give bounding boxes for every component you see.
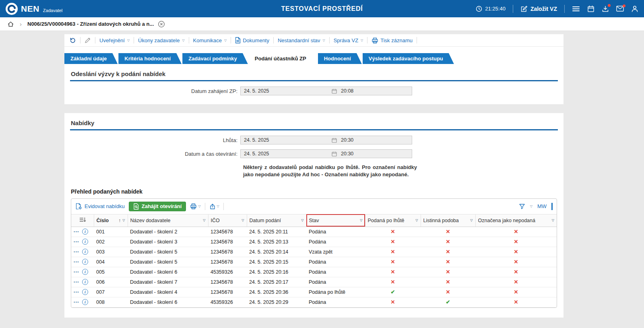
column-filter-caret-icon[interactable]: ▽ — [552, 219, 554, 222]
column-header-nepodana[interactable]: Označena jako nepodaná▽ — [475, 214, 557, 227]
calendar-icon[interactable] — [332, 138, 337, 143]
row-info-icon[interactable]: i — [82, 289, 88, 295]
column-filter-caret-icon[interactable]: ▽ — [242, 219, 244, 222]
table-row[interactable]: •••i001Dodavatel - školení 21234567824. … — [71, 227, 557, 237]
column-header-nazev[interactable]: Název dodavatele▽ — [128, 214, 208, 227]
menu-sprava-vz[interactable]: Správa VZ▽ — [334, 37, 363, 43]
user-profile-button[interactable] — [631, 5, 638, 12]
tab-vysledek-zadavaciho-postupu[interactable]: Výsledek zadávacího postupu — [363, 53, 454, 64]
breadcrumb-record-tab[interactable]: N006/25/V00004963 - Zřízení datových okr… — [27, 21, 165, 28]
date-value[interactable]: 24. 5. 2025 — [241, 151, 332, 157]
row-more-actions-icon[interactable]: ••• — [74, 250, 79, 254]
cell-datum: 24. 5. 2025 20:36 — [247, 287, 306, 297]
row-info-icon[interactable]: i — [82, 279, 88, 285]
cell-cislo: 002 — [94, 237, 128, 247]
menu-uverejneni[interactable]: Uveřejnění▽ — [99, 37, 130, 43]
downloads-button[interactable] — [602, 5, 609, 12]
date-value[interactable]: 24. 5. 2025 — [241, 137, 332, 143]
cross-icon: ✕ — [391, 269, 395, 275]
column-header-po_lhute[interactable]: Podaná po lhůtě▽ — [365, 214, 421, 227]
datetime-field-otevirani[interactable]: 24. 5. 2025 20:30 — [240, 149, 412, 158]
start-opening-button[interactable]: Zahájit otevírání — [129, 202, 186, 211]
record-toolbar: Uveřejnění▽ Úkony zadavatele▽ Komunikace… — [64, 34, 564, 47]
time-value[interactable]: 20:08 — [337, 88, 353, 94]
column-header-cislo[interactable]: Číslo↑▽ — [94, 214, 128, 227]
record-offer-button[interactable]: Evidovat nabídku — [75, 203, 125, 210]
menu-ukony-zadavatele[interactable]: Úkony zadavatele▽ — [138, 37, 185, 43]
nen-logo-icon[interactable] — [6, 3, 18, 15]
row-more-actions-icon[interactable]: ••• — [74, 300, 79, 304]
table-row[interactable]: •••i007Dodavatel - školení 41234567824. … — [71, 287, 557, 297]
column-header-listinna[interactable]: Listinná podoba▽ — [421, 214, 475, 227]
menu-komunikace[interactable]: Komunikace▽ — [193, 37, 227, 43]
table-row[interactable]: •••i008Dodavatel - školení 64535932624. … — [71, 297, 557, 307]
column-filter-caret-icon[interactable]: ▽ — [122, 219, 125, 222]
edit-button[interactable] — [85, 37, 91, 43]
row-more-actions-icon[interactable]: ••• — [74, 270, 79, 274]
tab-hodnoceni[interactable]: Hodnocení — [318, 53, 362, 64]
menu-tisk-zaznamu[interactable]: Tisk záznamu — [372, 37, 413, 44]
row-more-actions-icon[interactable]: ••• — [74, 240, 79, 244]
tab-zakladni-udaje[interactable]: Základní údaje — [64, 53, 118, 64]
datetime-field-lhuta[interactable]: 24. 5. 2025 20:30 — [240, 136, 412, 144]
mw-toggle[interactable]: MW — [537, 203, 547, 209]
column-filter-caret-icon[interactable]: ▽ — [301, 219, 303, 222]
row-actions-cell: •••i — [71, 297, 94, 307]
chevron-down-icon[interactable]: ▽ — [217, 204, 219, 208]
calendar-icon[interactable] — [332, 151, 337, 157]
messages-button[interactable] — [616, 6, 624, 12]
row-info-icon[interactable]: i — [82, 239, 88, 245]
column-header-datum[interactable]: Datum podání▽ — [247, 214, 306, 227]
undo-button[interactable] — [69, 37, 76, 44]
row-info-icon[interactable]: i — [82, 259, 88, 265]
table-row[interactable]: •••i006Dodavatel - školení 71234567824. … — [71, 277, 557, 287]
export-button[interactable]: ▽ — [209, 203, 219, 210]
calendar-button[interactable] — [587, 5, 594, 12]
divider — [189, 37, 189, 43]
row-info-icon[interactable]: i — [82, 229, 88, 235]
menu-button[interactable] — [572, 5, 580, 12]
time-value[interactable]: 20:30 — [337, 151, 353, 157]
time-value[interactable]: 20:30 — [337, 137, 353, 143]
tab-zadavaci-podminky[interactable]: Zadávací podmínky — [182, 53, 248, 64]
home-button[interactable] — [7, 21, 14, 27]
row-more-actions-icon[interactable]: ••• — [74, 230, 79, 234]
row-info-icon[interactable]: i — [82, 299, 88, 305]
cell-nepodana: ✕ — [475, 287, 557, 297]
datetime-field-zahajeni[interactable]: 24. 5. 2025 20:08 — [240, 87, 412, 95]
chevron-down-icon[interactable]: ▽ — [198, 204, 200, 208]
row-more-actions-icon[interactable]: ••• — [74, 280, 79, 284]
menu-dokumenty[interactable]: Dokumenty — [235, 37, 269, 43]
filter-button[interactable] — [519, 203, 525, 210]
chevron-down-icon[interactable]: ▽ — [530, 204, 533, 208]
tab-kriteria-hodnoceni[interactable]: Kritéria hodnocení — [118, 53, 182, 64]
row-info-icon[interactable]: i — [82, 269, 88, 275]
table-row[interactable]: •••i003Dodavatel - školení 51234567824. … — [71, 247, 557, 257]
close-circle-icon[interactable] — [158, 21, 165, 28]
table-row[interactable]: •••i004Dodavatel - školení 51234567824. … — [71, 257, 557, 267]
table-row[interactable]: •••i005Dodavatel - školení 64535932624. … — [71, 267, 557, 277]
row-more-actions-icon[interactable]: ••• — [74, 260, 79, 264]
date-value[interactable]: 24. 5. 2025 — [241, 88, 332, 94]
user-icon — [631, 5, 638, 12]
column-filter-caret-icon[interactable]: ▽ — [470, 219, 473, 222]
print-table-button[interactable]: ▽ — [190, 203, 200, 210]
column-filter-caret-icon[interactable]: ▽ — [415, 219, 418, 222]
cross-icon: ✕ — [446, 269, 450, 275]
menu-nestandardni-stav[interactable]: Nestandardní stav▽ — [278, 37, 325, 43]
offers-table-toolbar: Evidovat nabídku Zahájit otevírání ▽ ▽ — [71, 199, 557, 214]
row-info-icon[interactable]: i — [82, 249, 88, 255]
column-config-button[interactable] — [71, 214, 94, 227]
column-filter-caret-icon[interactable]: ▽ — [360, 219, 362, 222]
calendar-icon — [587, 5, 594, 12]
table-row[interactable]: •••i002Dodavatel - školení 31234567824. … — [71, 237, 557, 247]
column-header-ico[interactable]: IČO▽ — [208, 214, 247, 227]
column-filter-caret-icon[interactable]: ▽ — [203, 219, 205, 222]
create-vz-button[interactable]: Založit VZ — [520, 5, 557, 12]
cell-cislo: 004 — [94, 257, 128, 267]
panel-resizer[interactable] — [551, 203, 553, 210]
row-more-actions-icon[interactable]: ••• — [74, 290, 79, 294]
tab-podani-ucastniku-zp[interactable]: Podání účastníků ZP — [249, 53, 317, 64]
column-header-stav[interactable]: Stav▽ — [306, 214, 365, 227]
calendar-icon[interactable] — [332, 89, 337, 94]
